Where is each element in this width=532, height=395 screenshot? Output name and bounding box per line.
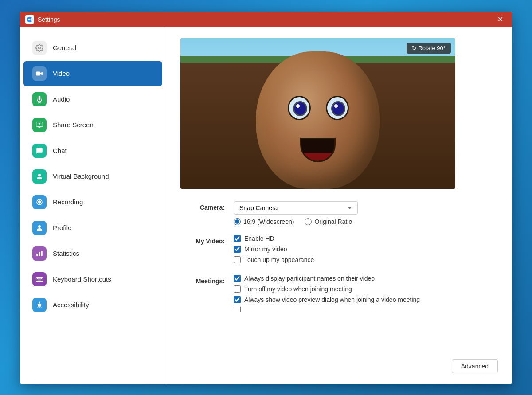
potato-eye-right bbox=[326, 96, 349, 120]
sidebar-label-accessibility: Accessibility bbox=[53, 301, 89, 309]
original-ratio-radio[interactable] bbox=[305, 218, 312, 225]
pupil-right bbox=[332, 102, 344, 115]
main-content: ↻ Rotate 90° Camera: Snap Camera Default… bbox=[166, 27, 512, 384]
recording-icon bbox=[32, 195, 47, 209]
my-video-controls: Enable HD Mirror my video Touch up my ap… bbox=[234, 235, 498, 267]
share-screen-icon bbox=[32, 118, 47, 132]
sidebar-label-audio: Audio bbox=[53, 95, 70, 103]
video-icon bbox=[32, 66, 47, 81]
original-ratio-radio-option[interactable]: Original Ratio bbox=[305, 218, 352, 225]
meetings-row: Meetings: Always display participant nam… bbox=[180, 275, 498, 312]
pupil-left bbox=[294, 102, 306, 115]
touch-up-option[interactable]: Touch up my appearance bbox=[234, 256, 498, 263]
sidebar-item-recording[interactable]: Recording bbox=[23, 190, 162, 215]
display-names-checkbox[interactable] bbox=[234, 275, 241, 282]
mirror-video-checkbox[interactable] bbox=[234, 246, 241, 253]
my-video-row: My Video: Enable HD Mirror my video Touc… bbox=[180, 235, 498, 267]
svg-point-11 bbox=[38, 225, 41, 228]
turn-off-video-label: Turn off my video when joining meeting bbox=[244, 285, 352, 293]
meetings-controls: Always display participant names on thei… bbox=[234, 275, 498, 312]
meetings-label: Meetings: bbox=[180, 275, 225, 285]
show-preview-label: Always show video preview dialog when jo… bbox=[244, 296, 420, 303]
display-names-label: Always display participant names on thei… bbox=[244, 275, 375, 282]
rotate-button[interactable]: ↻ Rotate 90° bbox=[407, 43, 451, 54]
widescreen-label: 16:9 (Widescreen) bbox=[243, 218, 294, 225]
sidebar-item-chat[interactable]: Chat bbox=[23, 138, 162, 163]
profile-icon bbox=[32, 221, 47, 235]
content-area: General Video Audio bbox=[20, 27, 512, 384]
potato-body bbox=[256, 51, 380, 189]
show-preview-checkbox[interactable] bbox=[234, 296, 241, 303]
sidebar-label-keyboard-shortcuts: Keyboard Shortcuts bbox=[53, 275, 111, 283]
zoom-icon bbox=[25, 15, 34, 24]
potato-eye-left bbox=[288, 96, 311, 120]
general-icon bbox=[32, 41, 47, 55]
potato-mouth bbox=[300, 138, 336, 162]
sidebar-item-general[interactable]: General bbox=[23, 35, 162, 60]
statistics-icon bbox=[32, 246, 47, 261]
advanced-button[interactable]: Advanced bbox=[452, 359, 498, 373]
hide-video-checkbox[interactable] bbox=[234, 307, 241, 312]
camera-controls: Snap Camera Default Camera FaceTime HD C… bbox=[234, 201, 498, 227]
chat-icon bbox=[32, 144, 47, 158]
settings-window: Settings ✕ General V bbox=[20, 12, 512, 384]
titlebar: Settings ✕ bbox=[20, 12, 512, 27]
sidebar-item-video[interactable]: Video bbox=[23, 61, 162, 86]
svg-rect-1 bbox=[28, 18, 31, 20]
show-preview-option[interactable]: Always show video preview dialog when jo… bbox=[234, 296, 498, 303]
my-video-label: My Video: bbox=[180, 235, 225, 245]
camera-dropdown[interactable]: Snap Camera Default Camera FaceTime HD C… bbox=[234, 201, 358, 215]
svg-rect-14 bbox=[41, 251, 43, 256]
enable-hd-checkbox[interactable] bbox=[234, 235, 241, 242]
original-ratio-label: Original Ratio bbox=[314, 218, 352, 225]
touch-up-checkbox[interactable] bbox=[234, 256, 241, 263]
camera-label: Camera: bbox=[180, 201, 225, 211]
enable-hd-label: Enable HD bbox=[244, 235, 274, 242]
sidebar-label-general: General bbox=[53, 44, 76, 51]
sidebar-item-audio[interactable]: Audio bbox=[23, 87, 162, 112]
sidebar-label-share-screen: Share Screen bbox=[53, 121, 94, 129]
close-button[interactable]: ✕ bbox=[494, 13, 507, 25]
widescreen-radio-option[interactable]: 16:9 (Widescreen) bbox=[234, 218, 294, 225]
sidebar: General Video Audio bbox=[20, 27, 166, 384]
turn-off-video-option[interactable]: Turn off my video when joining meeting bbox=[234, 285, 498, 293]
audio-icon bbox=[32, 92, 47, 106]
sidebar-item-statistics[interactable]: Statistics bbox=[23, 241, 162, 266]
camera-row: Camera: Snap Camera Default Camera FaceT… bbox=[180, 201, 498, 227]
svg-point-8 bbox=[38, 174, 41, 176]
camera-canvas bbox=[180, 38, 455, 189]
sidebar-item-accessibility[interactable]: Accessibility bbox=[23, 293, 162, 317]
mirror-video-label: Mirror my video bbox=[244, 246, 287, 253]
sidebar-label-statistics: Statistics bbox=[53, 250, 79, 257]
window-title: Settings bbox=[38, 16, 494, 23]
accessibility-icon bbox=[32, 298, 47, 312]
svg-point-21 bbox=[39, 301, 40, 303]
keyboard-icon bbox=[32, 272, 47, 286]
svg-rect-13 bbox=[39, 252, 40, 256]
sidebar-label-chat: Chat bbox=[53, 147, 67, 154]
sidebar-item-virtual-background[interactable]: Virtual Background bbox=[23, 164, 162, 189]
sidebar-item-share-screen[interactable]: Share Screen bbox=[23, 113, 162, 137]
touch-up-label: Touch up my appearance bbox=[244, 256, 314, 263]
sidebar-label-profile: Profile bbox=[53, 224, 72, 231]
svg-rect-12 bbox=[36, 254, 38, 256]
svg-rect-7 bbox=[39, 126, 40, 127]
camera-preview: ↻ Rotate 90° bbox=[180, 38, 455, 189]
sidebar-label-video: Video bbox=[53, 70, 70, 77]
sidebar-label-recording: Recording bbox=[53, 198, 83, 206]
sidebar-item-keyboard-shortcuts[interactable]: Keyboard Shortcuts bbox=[23, 267, 162, 292]
sidebar-item-profile[interactable]: Profile bbox=[23, 215, 162, 240]
ratio-radio-group: 16:9 (Widescreen) Original Ratio bbox=[234, 218, 498, 225]
turn-off-video-checkbox[interactable] bbox=[234, 285, 241, 293]
widescreen-radio[interactable] bbox=[234, 218, 241, 225]
svg-point-9 bbox=[38, 200, 41, 204]
svg-point-3 bbox=[39, 47, 41, 49]
hide-video-partial-row bbox=[234, 307, 498, 312]
mirror-video-option[interactable]: Mirror my video bbox=[234, 246, 498, 253]
display-names-option[interactable]: Always display participant names on thei… bbox=[234, 275, 498, 282]
virtual-bg-icon bbox=[32, 169, 47, 184]
sidebar-label-virtual-bg: Virtual Background bbox=[53, 172, 109, 180]
enable-hd-option[interactable]: Enable HD bbox=[234, 235, 498, 242]
svg-rect-15 bbox=[36, 277, 43, 281]
